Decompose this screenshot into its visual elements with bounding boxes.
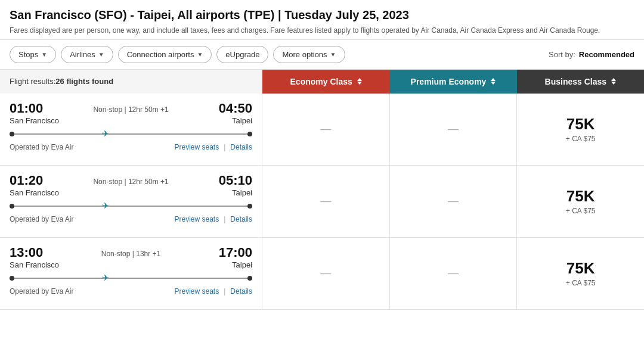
filters-row: Stops ▼ Airlines ▼ Connection airports ▼… (0, 39, 644, 70)
destination-dot (247, 276, 252, 281)
connection-filter-button[interactable]: Connection airports ▼ (118, 46, 212, 63)
depart-time: 13:00 (10, 245, 43, 260)
premium-dash: — (448, 195, 459, 207)
origin-city: San Francisco (10, 116, 59, 125)
business-cash: + CA $75 (566, 279, 596, 287)
destination-dot (247, 204, 252, 209)
details-link[interactable]: Details (230, 215, 252, 223)
link-separator: | (224, 143, 225, 151)
flight-row: 13:00 Non-stop | 13hr +1 17:00 San Franc… (0, 238, 644, 310)
economy-dash: — (320, 267, 331, 279)
premium-fare-cell: — (390, 166, 518, 237)
arrive-time: 04:50 (219, 101, 252, 116)
flight-row: 01:00 Non-stop | 12hr 50m +1 04:50 San F… (0, 94, 644, 166)
economy-class-header[interactable]: Economy Class (262, 70, 389, 94)
economy-fare-cell: — (262, 238, 390, 309)
page-title: San Francisco (SFO) - Taipei, All airpor… (10, 8, 634, 22)
business-price[interactable]: 75K + CA $75 (566, 187, 596, 215)
business-fare-cell[interactable]: 75K + CA $75 (517, 238, 644, 309)
arrive-time: 05:10 (219, 173, 252, 188)
eupgrade-label: eUpgrade (225, 50, 259, 59)
operated-by: Operated by Eva Air (10, 287, 73, 296)
route-line (13, 133, 249, 134)
page-subtitle: Fares displayed are per person, one way,… (10, 26, 634, 36)
business-points: 75K (566, 187, 596, 206)
header-section: San Francisco (SFO) - Taipei, All airpor… (0, 0, 644, 39)
flight-info-cell: 13:00 Non-stop | 13hr +1 17:00 San Franc… (0, 238, 262, 309)
operated-row: Operated by Eva Air Preview seats | Deta… (10, 287, 252, 296)
economy-sort-icon (357, 78, 362, 85)
business-cash: + CA $75 (566, 135, 596, 143)
operated-row: Operated by Eva Air Preview seats | Deta… (10, 215, 252, 223)
flight-list: 01:00 Non-stop | 12hr 50m +1 04:50 San F… (0, 94, 644, 310)
economy-fare-cell: — (262, 166, 390, 237)
links-section: Preview seats | Details (174, 143, 252, 151)
route-line (13, 206, 249, 206)
preview-seats-link[interactable]: Preview seats (174, 215, 219, 223)
business-fare-cell[interactable]: 75K + CA $75 (517, 166, 644, 237)
depart-time: 01:20 (10, 173, 43, 188)
premium-sort-icon (491, 78, 496, 85)
flight-line: ✈ (10, 129, 252, 139)
sort-section: Sort by: Recommended (549, 50, 634, 59)
results-header-row: Flight results: 26 flights found Economy… (0, 70, 644, 94)
flight-meta: Non-stop | 13hr +1 (43, 250, 218, 258)
business-sort-icon (611, 78, 616, 85)
flight-info-header: Flight results: 26 flights found (0, 70, 262, 94)
more-options-arrow-icon: ▼ (330, 51, 336, 58)
business-points: 75K (566, 115, 596, 133)
more-options-label: More options (282, 50, 327, 59)
connection-label: Connection airports (127, 50, 194, 59)
premium-dash: — (448, 267, 459, 279)
airlines-arrow-icon: ▼ (98, 51, 104, 58)
eupgrade-button[interactable]: eUpgrade (216, 46, 268, 63)
destination-city: Taipei (232, 116, 252, 125)
flight-info-cell: 01:00 Non-stop | 12hr 50m +1 04:50 San F… (0, 94, 262, 165)
sort-label: Sort by: (549, 50, 575, 59)
premium-economy-class-header[interactable]: Premium Economy (389, 70, 516, 94)
details-link[interactable]: Details (230, 287, 252, 296)
economy-dash: — (320, 123, 331, 135)
plane-icon: ✈ (102, 273, 109, 282)
sort-value: Recommended (579, 50, 634, 59)
link-separator: | (224, 215, 225, 223)
more-options-button[interactable]: More options ▼ (273, 46, 345, 63)
results-count: 26 flights found (55, 77, 113, 86)
details-link[interactable]: Details (230, 143, 252, 151)
flight-line: ✈ (10, 273, 252, 284)
links-section: Preview seats | Details (174, 287, 252, 296)
stops-label: Stops (18, 50, 38, 59)
destination-city: Taipei (232, 260, 252, 269)
links-section: Preview seats | Details (174, 215, 252, 223)
link-separator: | (224, 287, 225, 296)
business-class-header[interactable]: Business Class (517, 70, 644, 94)
destination-dot (247, 132, 252, 136)
operated-by: Operated by Eva Air (10, 215, 73, 223)
premium-fare-cell: — (390, 94, 518, 165)
economy-class-label: Economy Class (290, 77, 352, 86)
business-price[interactable]: 75K + CA $75 (566, 259, 596, 287)
plane-icon: ✈ (102, 129, 109, 138)
premium-economy-label: Premium Economy (411, 77, 487, 86)
depart-time: 01:00 (10, 101, 43, 116)
premium-fare-cell: — (390, 238, 518, 309)
stops-arrow-icon: ▼ (41, 51, 47, 58)
flight-meta: Non-stop | 12hr 50m +1 (43, 105, 218, 114)
origin-city: San Francisco (10, 188, 59, 197)
airlines-filter-button[interactable]: Airlines ▼ (61, 46, 113, 63)
results-label: Flight results: (10, 77, 55, 86)
stops-filter-button[interactable]: Stops ▼ (10, 46, 56, 63)
destination-city: Taipei (232, 188, 252, 197)
connection-arrow-icon: ▼ (197, 51, 203, 58)
business-fare-cell[interactable]: 75K + CA $75 (517, 94, 644, 165)
preview-seats-link[interactable]: Preview seats (174, 143, 219, 151)
preview-seats-link[interactable]: Preview seats (174, 287, 219, 296)
flight-row: 01:20 Non-stop | 12hr 50m +1 05:10 San F… (0, 166, 644, 238)
economy-fare-cell: — (262, 94, 390, 165)
plane-icon: ✈ (102, 201, 109, 210)
origin-city: San Francisco (10, 260, 59, 269)
business-points: 75K (566, 259, 596, 278)
arrive-time: 17:00 (219, 245, 252, 260)
flight-line: ✈ (10, 201, 252, 212)
business-price[interactable]: 75K + CA $75 (566, 115, 596, 143)
